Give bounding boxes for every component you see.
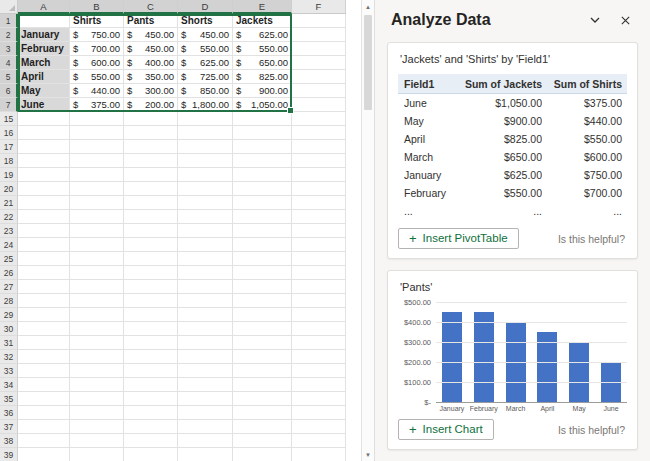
cell-D16[interactable]: [178, 126, 233, 140]
cell-B34[interactable]: [70, 378, 124, 392]
cell-F21[interactable]: [292, 196, 346, 210]
cell-B16[interactable]: [70, 126, 124, 140]
row-header-28[interactable]: 28: [0, 294, 18, 308]
cell-F4[interactable]: [292, 56, 346, 70]
column-header-D[interactable]: D: [178, 0, 233, 14]
row-header-26[interactable]: 26: [0, 266, 18, 280]
cell-F2[interactable]: [292, 28, 346, 42]
cell-B37[interactable]: [70, 420, 124, 434]
cell-B23[interactable]: [70, 224, 124, 238]
cell-D18[interactable]: [178, 154, 233, 168]
cell-C24[interactable]: [124, 238, 178, 252]
cell-C21[interactable]: [124, 196, 178, 210]
cell-D7[interactable]: $1,800.00: [178, 98, 233, 112]
cell-F28[interactable]: [292, 294, 346, 308]
cell-E35[interactable]: [233, 392, 292, 406]
row-header-1[interactable]: 1: [0, 14, 18, 28]
cell-A36[interactable]: [18, 406, 70, 420]
cell-C34[interactable]: [124, 378, 178, 392]
row-header-22[interactable]: 22: [0, 210, 18, 224]
cell-E16[interactable]: [233, 126, 292, 140]
column-header-A[interactable]: A: [18, 0, 70, 14]
row-header-21[interactable]: 21: [0, 196, 18, 210]
cell-D32[interactable]: [178, 350, 233, 364]
cell-D6[interactable]: $850.00: [178, 84, 233, 98]
cell-B6[interactable]: $440.00: [70, 84, 124, 98]
cell-C33[interactable]: [124, 364, 178, 378]
cell-D15[interactable]: [178, 112, 233, 126]
cell-E21[interactable]: [233, 196, 292, 210]
cell-C37[interactable]: [124, 420, 178, 434]
cell-D38[interactable]: [178, 434, 233, 448]
cell-C1[interactable]: Pants: [124, 14, 178, 28]
cell-C7[interactable]: $200.00: [124, 98, 178, 112]
cell-C6[interactable]: $300.00: [124, 84, 178, 98]
row-header-5[interactable]: 5: [0, 70, 18, 84]
row-header-17[interactable]: 17: [0, 140, 18, 154]
cell-A6[interactable]: May: [18, 84, 70, 98]
cell-A39[interactable]: [18, 448, 70, 461]
cell-A22[interactable]: [18, 210, 70, 224]
cell-F30[interactable]: [292, 322, 346, 336]
cell-E7[interactable]: $1,050.00: [233, 98, 292, 112]
cell-C23[interactable]: [124, 224, 178, 238]
scroll-thumb[interactable]: [364, 15, 372, 110]
cell-D22[interactable]: [178, 210, 233, 224]
cell-B7[interactable]: $375.00: [70, 98, 124, 112]
cell-A4[interactable]: March: [18, 56, 70, 70]
cell-A17[interactable]: [18, 140, 70, 154]
cell-B30[interactable]: [70, 322, 124, 336]
row-header-18[interactable]: 18: [0, 154, 18, 168]
cell-D4[interactable]: $625.00: [178, 56, 233, 70]
cell-C16[interactable]: [124, 126, 178, 140]
cell-C36[interactable]: [124, 406, 178, 420]
cell-D1[interactable]: Shorts: [178, 14, 233, 28]
cell-D37[interactable]: [178, 420, 233, 434]
cell-B3[interactable]: $700.00: [70, 42, 124, 56]
cell-D34[interactable]: [178, 378, 233, 392]
row-header-6[interactable]: 6: [0, 84, 18, 98]
cell-E34[interactable]: [233, 378, 292, 392]
helpful-link-chart[interactable]: Is this helpful?: [558, 424, 627, 436]
cell-F16[interactable]: [292, 126, 346, 140]
cell-D17[interactable]: [178, 140, 233, 154]
cell-D35[interactable]: [178, 392, 233, 406]
cell-E33[interactable]: [233, 364, 292, 378]
cell-F25[interactable]: [292, 252, 346, 266]
cell-B1[interactable]: Shirts: [70, 14, 124, 28]
row-header-32[interactable]: 32: [0, 350, 18, 364]
cell-B27[interactable]: [70, 280, 124, 294]
cell-E6[interactable]: $900.00: [233, 84, 292, 98]
cell-E37[interactable]: [233, 420, 292, 434]
cell-D23[interactable]: [178, 224, 233, 238]
cell-F31[interactable]: [292, 336, 346, 350]
cell-C30[interactable]: [124, 322, 178, 336]
cell-C25[interactable]: [124, 252, 178, 266]
cell-E31[interactable]: [233, 336, 292, 350]
row-header-24[interactable]: 24: [0, 238, 18, 252]
cell-B24[interactable]: [70, 238, 124, 252]
cell-F33[interactable]: [292, 364, 346, 378]
cell-B36[interactable]: [70, 406, 124, 420]
cell-D39[interactable]: [178, 448, 233, 461]
cell-D33[interactable]: [178, 364, 233, 378]
cell-A20[interactable]: [18, 182, 70, 196]
row-header-27[interactable]: 27: [0, 280, 18, 294]
cell-C3[interactable]: $450.00: [124, 42, 178, 56]
cell-E19[interactable]: [233, 168, 292, 182]
column-header-E[interactable]: E: [233, 0, 292, 14]
row-header-36[interactable]: 36: [0, 406, 18, 420]
cell-B19[interactable]: [70, 168, 124, 182]
cell-D2[interactable]: $450.00: [178, 28, 233, 42]
cell-A19[interactable]: [18, 168, 70, 182]
cell-E32[interactable]: [233, 350, 292, 364]
cell-C18[interactable]: [124, 154, 178, 168]
row-header-23[interactable]: 23: [0, 224, 18, 238]
cell-A18[interactable]: [18, 154, 70, 168]
column-header-B[interactable]: B: [70, 0, 124, 14]
row-header-35[interactable]: 35: [0, 392, 18, 406]
cell-D27[interactable]: [178, 280, 233, 294]
cell-A33[interactable]: [18, 364, 70, 378]
row-header-20[interactable]: 20: [0, 182, 18, 196]
cell-F20[interactable]: [292, 182, 346, 196]
